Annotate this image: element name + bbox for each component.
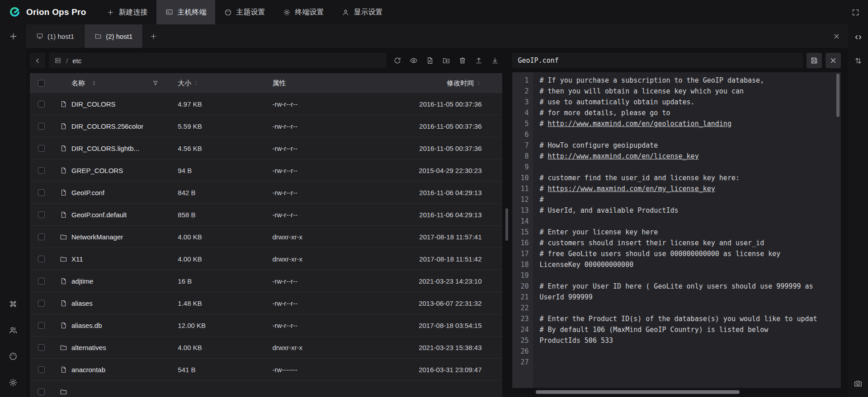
fullscreen-icon — [851, 8, 860, 17]
sort-icon — [476, 80, 481, 86]
menu-item-new-connection[interactable]: 新建连接 — [98, 0, 156, 24]
code-link[interactable]: http://www.maxmind.com/en/license_key — [548, 152, 699, 160]
sort-lines-button[interactable] — [851, 53, 865, 68]
save-button[interactable] — [807, 53, 822, 68]
file-table-scrollbar[interactable] — [505, 208, 508, 241]
line-number: 14 — [512, 216, 528, 227]
eye-icon — [410, 56, 418, 65]
settings-button[interactable] — [6, 375, 20, 390]
plus-icon — [9, 32, 18, 41]
file-row[interactable]: DIR_COLORS4.97 KB-rw-r--r--2016-11-05 00… — [30, 93, 502, 115]
file-row[interactable]: adjtime16 B-rw-r--r--2021-03-23 14:23:10 — [30, 270, 502, 292]
menu-item-host-terminal[interactable]: 主机终端 — [156, 0, 215, 24]
file-mtime: 2017-08-18 11:51:42 — [393, 255, 503, 263]
users-button[interactable] — [6, 323, 20, 337]
menu-item-theme-settings[interactable]: 主题设置 — [215, 0, 274, 24]
column-header-mtime[interactable]: 修改时间 — [393, 79, 503, 88]
select-all-checkbox[interactable] — [38, 80, 45, 87]
file-row[interactable] — [30, 381, 502, 397]
file-size: 541 B — [170, 366, 265, 374]
line-number: 8 — [512, 151, 528, 162]
row-checkbox[interactable] — [38, 278, 45, 285]
app-title: Orion Ops Pro — [26, 7, 86, 17]
editor-horizontal-scrollbar[interactable] — [536, 390, 739, 394]
code-icon — [854, 33, 863, 42]
screenshot-button[interactable] — [851, 376, 865, 391]
file-row[interactable]: X114.00 KBdrwxr-xr-x2017-08-18 11:51:42 — [30, 248, 502, 270]
close-editor-button[interactable] — [826, 53, 841, 68]
file-row[interactable]: GeoIP.conf842 B-rw-r--r--2016-11-06 04:2… — [30, 182, 502, 204]
row-checkbox[interactable] — [38, 366, 45, 373]
row-checkbox[interactable] — [38, 322, 45, 329]
file-icon — [60, 366, 67, 374]
row-checkbox[interactable] — [38, 189, 45, 196]
column-label: 名称 — [71, 79, 85, 88]
download-button[interactable] — [488, 53, 502, 68]
file-row[interactable]: aliases.db12.00 KB-rw-r--r--2017-08-18 0… — [30, 314, 502, 336]
new-tab-button[interactable] — [143, 24, 164, 48]
theme-button[interactable] — [6, 349, 20, 364]
file-row[interactable]: GeoIP.conf.default858 B-rw-r--r--2016-11… — [30, 204, 502, 226]
breadcrumb[interactable]: / etc — [49, 53, 387, 68]
row-checkbox[interactable] — [38, 256, 45, 262]
editor-view-button[interactable] — [851, 30, 865, 44]
file-row[interactable]: alternatives4.00 KBdrwxr-xr-x2021-03-23 … — [30, 336, 502, 359]
column-header-size[interactable]: 大小 — [170, 79, 265, 88]
file-row[interactable]: anacrontab541 B-rw-------2016-03-31 23:0… — [30, 359, 502, 381]
back-button[interactable] — [30, 53, 45, 68]
code-link[interactable]: http://www.maxmind.com/en/geolocation_la… — [548, 120, 731, 128]
row-checkbox[interactable] — [38, 123, 45, 130]
row-checkbox[interactable] — [38, 344, 45, 351]
file-size: 4.00 KB — [170, 233, 265, 241]
file-row[interactable]: DIR_COLORS.lightb...4.56 KB-rw-r--r--201… — [30, 137, 502, 159]
row-checkbox[interactable] — [38, 300, 45, 307]
row-checkbox[interactable] — [38, 388, 45, 395]
tab-label: (2) host1 — [106, 33, 132, 40]
move-file-button[interactable] — [439, 53, 453, 68]
menu-item-terminal-settings[interactable]: 终端设置 — [274, 0, 333, 24]
editor-code-area[interactable]: # If you purchase a subscription to the … — [533, 72, 841, 388]
upload-button[interactable] — [472, 53, 486, 68]
row-checkbox[interactable] — [38, 101, 45, 107]
row-checkbox[interactable] — [38, 167, 45, 174]
folder-icon — [60, 255, 67, 263]
code-line: # http://www.maxmind.com/en/license_key — [539, 151, 841, 162]
row-checkbox[interactable] — [38, 211, 45, 218]
row-checkbox[interactable] — [38, 234, 45, 240]
tab-2-host1[interactable]: (2) host1 — [85, 24, 143, 48]
file-row[interactable]: aliases1.48 KB-rw-r--r--2013-06-07 22:31… — [30, 292, 502, 314]
code-line: LicenseKey 000000000000 — [539, 259, 841, 270]
line-number: 18 — [512, 259, 528, 270]
content-area: / etc 名称大小属性修改时间 DIR_COLORS4.97 KB-rw-r-… — [26, 48, 848, 397]
tab-1-host1[interactable]: (1) host1 — [26, 24, 85, 48]
menu-item-display-settings[interactable]: 显示设置 — [333, 0, 392, 24]
commands-button[interactable] — [6, 297, 20, 311]
refresh-button[interactable] — [390, 53, 405, 68]
preview-button[interactable] — [406, 53, 421, 68]
delete-button[interactable] — [455, 53, 470, 68]
file-row[interactable]: NetworkManager4.00 KBdrwxr-xr-x2017-08-1… — [30, 226, 502, 248]
file-name: DIR_COLORS.256color — [71, 122, 143, 130]
add-connection-button[interactable] — [6, 29, 20, 43]
row-checkbox[interactable] — [38, 145, 45, 152]
file-row[interactable]: GREP_COLORS94 B-rw-r--r--2015-04-29 22:3… — [30, 159, 502, 182]
code-link[interactable]: https://www.maxmind.com/en/my_license_ke… — [548, 185, 715, 193]
file-name: DIR_COLORS.lightb... — [71, 145, 139, 152]
fullscreen-button[interactable] — [848, 5, 863, 19]
palette-icon — [224, 9, 232, 16]
file-attrs: drwxr-xr-x — [265, 233, 392, 241]
file-name: aliases — [71, 299, 93, 307]
file-icon — [60, 299, 67, 307]
code-line: # use to automatically obtain updates. — [539, 97, 841, 107]
editor-vertical-scrollbar[interactable] — [836, 74, 840, 117]
file-size: 5.59 KB — [170, 122, 265, 130]
file-row[interactable]: DIR_COLORS.256color5.59 KB-rw-r--r--2016… — [30, 115, 502, 137]
file-mtime: 2013-06-07 22:31:32 — [393, 299, 503, 307]
close-tab-button[interactable] — [829, 29, 844, 43]
new-file-button[interactable] — [423, 53, 437, 68]
code-line — [539, 357, 841, 368]
line-number: 15 — [512, 227, 528, 238]
file-size: 4.56 KB — [170, 145, 265, 152]
trash-icon — [458, 56, 467, 65]
column-header-name[interactable]: 名称 — [52, 79, 170, 88]
